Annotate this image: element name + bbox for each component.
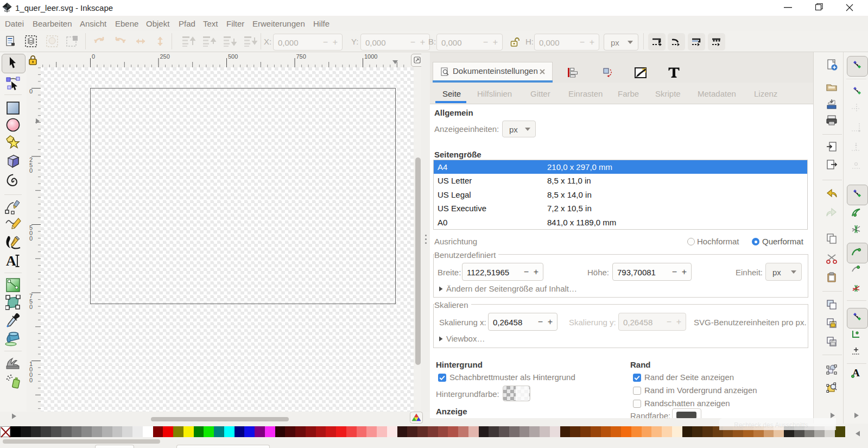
svg-text:0: 0 xyxy=(29,88,33,94)
svg-text:1000: 1000 xyxy=(364,53,377,60)
svg-text:0: 0 xyxy=(29,304,33,310)
svg-text:0: 0 xyxy=(29,167,33,174)
svg-text:500: 500 xyxy=(228,53,238,60)
svg-text:0: 0 xyxy=(92,53,95,60)
svg-text:0: 0 xyxy=(29,235,33,242)
svg-text:0: 0 xyxy=(29,377,33,383)
svg-text:250: 250 xyxy=(160,53,170,60)
svg-text:A: A xyxy=(6,254,16,269)
svg-text:750: 750 xyxy=(296,53,306,60)
